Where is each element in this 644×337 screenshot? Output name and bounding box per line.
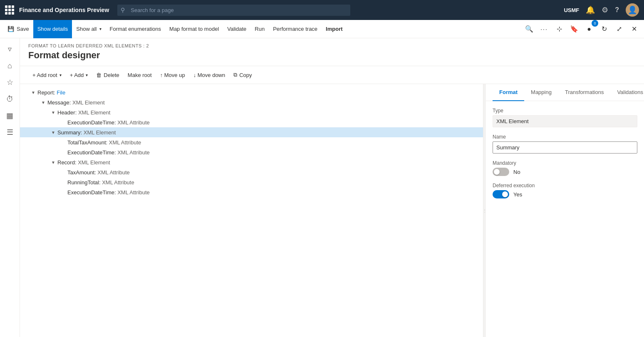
tree-item-tax-amount[interactable]: TaxAmount: XML Attribute: [20, 167, 483, 177]
save-button[interactable]: 💾 Save: [3, 20, 33, 38]
page-title: Format designer: [28, 50, 636, 61]
prop-type-group: Type XML Element: [493, 108, 637, 127]
prop-section: Type XML Element Name Mandatory: [486, 101, 644, 212]
add-chevron: ▾: [86, 73, 88, 77]
delete-icon: 🗑: [96, 72, 102, 78]
expand-icon-report: ▼: [30, 89, 37, 96]
tab-validations[interactable]: Validations: [610, 84, 644, 101]
expand-icon-total-tax: [60, 139, 67, 146]
performance-trace-button[interactable]: Performance trace: [269, 20, 322, 38]
fullscreen-cmd-icon[interactable]: ⤢: [612, 22, 626, 36]
rail-filter-icon[interactable]: ▿: [2, 42, 17, 57]
mandatory-toggle[interactable]: [493, 168, 509, 176]
tab-mapping[interactable]: Mapping: [524, 84, 558, 101]
tree-item-report[interactable]: ▼ Report: File: [20, 87, 483, 97]
make-root-button[interactable]: Make root: [124, 70, 156, 80]
toolbar: + Add root ▾ + Add ▾ 🗑 Delete Make root …: [20, 66, 644, 84]
show-all-button[interactable]: Show all ▾: [72, 20, 105, 38]
bell-icon[interactable]: 🔔: [586, 5, 595, 15]
tree-item-execution-datetime-header[interactable]: ExecutionDateTime: XML Attribute: [20, 117, 483, 127]
add-button[interactable]: + Add ▾: [66, 70, 92, 80]
mandatory-toggle-label: No: [513, 169, 520, 175]
mandatory-knob: [494, 169, 500, 175]
move-down-button[interactable]: ↓ Move down: [189, 70, 230, 80]
breadcrumb: FORMAT TO LEARN DEFERRED XML ELEMENTS : …: [28, 43, 636, 48]
search-icon: ⚲: [121, 7, 125, 13]
map-format-to-model-button[interactable]: Map format to model: [165, 20, 223, 38]
help-icon[interactable]: ?: [615, 6, 619, 14]
tree-item-total-tax[interactable]: TotalTaxAmount: XML Attribute: [20, 137, 483, 147]
save-icon: 💾: [7, 26, 14, 32]
app-title: Finance and Operations Preview: [19, 7, 109, 13]
tree-item-header[interactable]: ▼ Header: XML Element: [20, 107, 483, 117]
expand-icon-edt-summary: [60, 149, 67, 156]
notif-count: 0: [592, 20, 598, 27]
search-wrap: ⚲: [117, 5, 350, 16]
user-label: USMF: [564, 7, 579, 13]
expand-icon-header: ▼: [50, 109, 57, 116]
add-root-chevron: ▾: [59, 73, 62, 77]
search-input[interactable]: [117, 5, 350, 16]
show-all-chevron: ▾: [99, 27, 102, 31]
delete-button[interactable]: 🗑 Delete: [92, 70, 124, 80]
tree-item-running-total[interactable]: RunningTotal: XML Attribute: [20, 177, 483, 187]
mandatory-label: Mandatory: [493, 160, 637, 166]
deferred-knob: [502, 191, 508, 197]
main-layout: ▿ ⌂ ☆ ⏱ ▦ ☰ FORMAT TO LEARN DEFERRED XML…: [0, 38, 644, 337]
show-details-button[interactable]: Show details: [33, 20, 72, 38]
run-button[interactable]: Run: [250, 20, 269, 38]
mandatory-toggle-row: No: [493, 168, 637, 176]
page-header: FORMAT TO LEARN DEFERRED XML ELEMENTS : …: [20, 38, 644, 66]
tree-item-execution-datetime-record[interactable]: ExecutionDateTime: XML Attribute: [20, 187, 483, 197]
gear-icon[interactable]: ⚙: [602, 5, 608, 15]
left-rail: ▿ ⌂ ☆ ⏱ ▦ ☰: [0, 38, 20, 337]
more-cmd-icon[interactable]: ···: [537, 22, 551, 36]
tree-item-message[interactable]: ▼ Message: XML Element: [20, 97, 483, 107]
type-label: Type: [493, 108, 637, 114]
format-enumerations-button[interactable]: Format enumerations: [106, 20, 166, 38]
notification-badge[interactable]: ● 0: [582, 22, 596, 36]
refresh-cmd-icon[interactable]: ↻: [597, 22, 611, 36]
tree-item-summary[interactable]: ▼ Summary: XML Element: [20, 127, 483, 137]
deferred-label: Deferred execution: [493, 183, 637, 188]
close-cmd-icon[interactable]: ✕: [627, 22, 641, 36]
expand-icon-tax-amount: [60, 169, 67, 176]
prop-mandatory-group: Mandatory No: [493, 160, 637, 176]
rail-list-icon[interactable]: ☰: [2, 125, 17, 140]
move-up-button[interactable]: ↑ Move up: [156, 70, 189, 80]
tree-item-execution-datetime-summary[interactable]: ExecutionDateTime: XML Attribute: [20, 147, 483, 157]
expand-icon-running-total: [60, 179, 67, 186]
bookmark-cmd-icon[interactable]: 🔖: [567, 22, 581, 36]
prop-deferred-group: Deferred execution Yes: [493, 183, 637, 198]
commandbar: 💾 Save Show details Show all ▾ Format en…: [0, 20, 644, 38]
split-view: ▼ Report: File ▼ Message: XML Element ▼: [20, 84, 644, 337]
avatar[interactable]: 👤: [626, 3, 639, 17]
deferred-toggle[interactable]: [493, 190, 509, 198]
rail-star-icon[interactable]: ☆: [2, 75, 17, 90]
add-root-button[interactable]: + Add root ▾: [28, 70, 66, 80]
expand-icon-edt-header: [60, 119, 67, 126]
expand-icon-edt-record: [60, 189, 67, 196]
prop-name-group: Name: [493, 134, 637, 154]
search-cmd-icon[interactable]: 🔍: [523, 22, 536, 36]
copy-button[interactable]: ⧉ Copy: [229, 69, 256, 80]
tab-transformations[interactable]: Transformations: [558, 84, 610, 101]
app-grid-icon[interactable]: [5, 5, 14, 15]
expand-icon-message: ▼: [40, 99, 47, 106]
expand-icon-summary: ▼: [50, 129, 57, 136]
deferred-toggle-row: Yes: [493, 190, 637, 198]
tab-format[interactable]: Format: [493, 84, 524, 101]
tree-item-record[interactable]: ▼ Record: XML Element: [20, 157, 483, 167]
rail-home-icon[interactable]: ⌂: [2, 58, 17, 73]
name-input[interactable]: [493, 141, 637, 154]
validate-button[interactable]: Validate: [223, 20, 250, 38]
rail-table-icon[interactable]: ▦: [2, 108, 17, 123]
expand-icon-record: ▼: [50, 159, 57, 166]
tab-bar: Format Mapping Transformations Validatio…: [486, 84, 644, 101]
cmd-right-group: 🔍 ··· ⊹ 🔖 ● 0 ↻ ⤢ ✕: [523, 22, 641, 36]
import-button[interactable]: Import: [322, 20, 347, 38]
compare-cmd-icon[interactable]: ⊹: [552, 22, 566, 36]
copy-icon: ⧉: [233, 72, 237, 78]
rail-clock-icon[interactable]: ⏱: [2, 92, 17, 107]
type-value: XML Element: [493, 115, 637, 127]
